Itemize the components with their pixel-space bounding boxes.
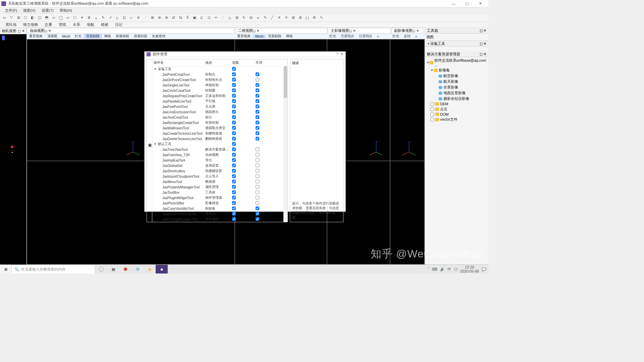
tool-icon[interactable]: ◫ bbox=[37, 15, 43, 21]
tree-item[interactable]: 全景影像 bbox=[426, 84, 488, 90]
record-icon[interactable] bbox=[119, 265, 131, 274]
plugin-row[interactable]: JasLineExctrusionTool线段挤出 bbox=[152, 109, 287, 115]
tool-icon[interactable]: ⋰ bbox=[142, 15, 148, 21]
dock-icon[interactable]: ◻ bbox=[480, 28, 483, 33]
tool-icon[interactable]: ⊞ bbox=[149, 15, 155, 21]
tree-dom[interactable]: DOM bbox=[426, 112, 488, 117]
col-common[interactable]: 常用 bbox=[254, 59, 287, 66]
plugin-row[interactable]: JasShortcutkey快捷键设置 bbox=[152, 168, 287, 174]
tool-icon[interactable]: ⬠ bbox=[72, 15, 78, 21]
tool-icon[interactable]: ◯ bbox=[58, 15, 64, 21]
tool-icon[interactable]: ⊐ bbox=[206, 15, 212, 21]
plugin-row[interactable]: JasWallInsectTool墙面取点求交 bbox=[152, 125, 287, 131]
dialog-titlebar[interactable]: 插件管理 ? ✕ bbox=[145, 52, 345, 57]
volume-icon[interactable]: 🔊 bbox=[440, 267, 445, 272]
clock[interactable]: 23:20 2020-05-08 bbox=[460, 265, 479, 273]
task-view-icon[interactable]: ▤ bbox=[107, 265, 119, 274]
load-checkbox[interactable] bbox=[232, 153, 236, 157]
explorer-icon[interactable]: ▣ bbox=[144, 265, 156, 274]
notifications-icon[interactable]: 💬 bbox=[482, 267, 486, 272]
tree-vector[interactable]: vector文件 bbox=[426, 117, 488, 122]
plugin-row[interactable]: JasFivePointTool五点房 bbox=[152, 104, 287, 109]
plugin-row[interactable]: JasCircleCreatTool绘制圆 bbox=[152, 88, 287, 93]
tool-icon[interactable]: ✎ bbox=[262, 15, 268, 21]
plugin-row[interactable]: JasPluginWidgetTool插件管理器 bbox=[152, 195, 287, 200]
tool-icon[interactable]: ( ) bbox=[304, 15, 310, 21]
load-checkbox[interactable] bbox=[232, 185, 236, 189]
menu-view[interactable]: 视图(V) bbox=[20, 8, 39, 13]
plugin-group[interactable]: ▾ 采集工具 bbox=[152, 66, 287, 72]
load-checkbox[interactable] bbox=[232, 158, 236, 162]
ribbon-item[interactable]: 注记 bbox=[112, 22, 126, 27]
plugin-row[interactable]: JasDirPointCreateTool绘制有向点 bbox=[152, 77, 287, 82]
tree-root[interactable]: ▾软件交流联系softbase@qq.com ... bbox=[426, 58, 488, 67]
tool-icon[interactable]: ▣ bbox=[192, 15, 198, 21]
tab-2d-view[interactable]: 二维视图 ◻ ✕ bbox=[235, 28, 327, 34]
plugin-row[interactable]: JasImpExpTool导出 bbox=[152, 158, 287, 163]
plugin-row[interactable]: JasPhotoSifter影像筛选 bbox=[152, 200, 287, 206]
tool-icon[interactable]: ⊞ bbox=[15, 15, 21, 21]
dock-icon[interactable]: ◻ bbox=[480, 52, 483, 56]
common-checkbox[interactable] bbox=[256, 153, 259, 157]
common-checkbox[interactable] bbox=[256, 158, 259, 162]
load-checkbox[interactable] bbox=[232, 206, 236, 210]
tool-icon[interactable]: ⊕ bbox=[156, 15, 162, 21]
ribbon-item[interactable]: 水系 bbox=[69, 22, 84, 27]
plugin-row[interactable]: JasParallelLineTool平行线 bbox=[152, 99, 287, 104]
plugin-row[interactable]: JasFreeView_TJH自由视图 bbox=[152, 152, 287, 158]
ribbon-item[interactable]: 地貌 bbox=[84, 22, 98, 27]
tool-icon[interactable]: ⊼ bbox=[184, 15, 191, 21]
cortana-icon[interactable] bbox=[95, 265, 107, 274]
tab-main-image[interactable]: 主影像视图 ◻ ✕ bbox=[328, 28, 391, 34]
load-checkbox[interactable] bbox=[232, 105, 236, 108]
search-input[interactable]: 🔍 在这里输入你要搜索的内容 bbox=[11, 265, 95, 274]
tool-icon[interactable]: ≡ bbox=[255, 15, 261, 21]
viewport[interactable] bbox=[390, 161, 425, 264]
load-checkbox[interactable] bbox=[232, 174, 236, 178]
common-checkbox[interactable] bbox=[256, 99, 259, 103]
load-checkbox[interactable] bbox=[232, 115, 236, 119]
tool-icon[interactable]: ⎌ bbox=[114, 15, 120, 21]
tool-icon[interactable]: ≣ bbox=[86, 15, 92, 21]
scrollbar[interactable] bbox=[283, 66, 287, 222]
dock-icon[interactable]: ◻ bbox=[480, 42, 483, 46]
plugin-row[interactable]: JasPointCreatTool绘制点 bbox=[152, 72, 287, 77]
start-button[interactable]: ⊞ bbox=[0, 265, 11, 274]
load-checkbox[interactable] bbox=[232, 164, 236, 167]
common-checkbox[interactable] bbox=[256, 206, 259, 210]
ribbon-item[interactable]: 植被 bbox=[98, 22, 112, 27]
col-load[interactable]: 加载 bbox=[231, 59, 254, 66]
common-checkbox[interactable] bbox=[256, 137, 259, 140]
common-checkbox[interactable] bbox=[256, 121, 259, 124]
tool-icon[interactable]: ≋ bbox=[135, 15, 141, 21]
vt-mesh[interactable]: Mesh bbox=[60, 35, 72, 38]
load-checkbox[interactable] bbox=[232, 99, 236, 103]
col-name[interactable]: 插件名 bbox=[152, 59, 204, 66]
load-checkbox[interactable] bbox=[232, 72, 236, 76]
tool-icon[interactable]: ⊏ bbox=[199, 15, 205, 21]
common-checkbox[interactable] bbox=[256, 83, 259, 87]
tool-icon[interactable]: ⊟ bbox=[248, 15, 254, 21]
vt-reset[interactable]: 重置视角 bbox=[27, 34, 45, 39]
load-checkbox[interactable] bbox=[232, 201, 236, 205]
tool-icon[interactable]: △ bbox=[227, 15, 233, 21]
ime-icon[interactable]: 中 bbox=[447, 267, 451, 272]
load-checkbox[interactable] bbox=[232, 88, 236, 92]
tool-icon[interactable]: ⇆ bbox=[177, 15, 183, 21]
tool-icon[interactable]: ↗ bbox=[107, 15, 113, 21]
tree-dem[interactable]: DEM bbox=[426, 102, 488, 106]
edge-icon[interactable]: ⓔ bbox=[131, 265, 144, 274]
common-checkbox[interactable] bbox=[256, 105, 259, 108]
tray-expand-icon[interactable]: ˄ bbox=[427, 267, 429, 272]
common-checkbox[interactable] bbox=[256, 174, 259, 178]
keyboard-icon[interactable]: ⌨ bbox=[432, 267, 437, 272]
tool-icon[interactable]: ◧ bbox=[30, 15, 36, 21]
minimize-button[interactable]: — bbox=[447, 0, 460, 7]
plugin-row[interactable]: JasGlobalSet全局设置 bbox=[152, 163, 287, 168]
load-checkbox[interactable] bbox=[232, 169, 236, 173]
common-checkbox[interactable] bbox=[256, 72, 259, 76]
tool-icon[interactable]: ✕ bbox=[276, 15, 282, 21]
plugin-row[interactable]: JasCodingManagerTool符号管理 bbox=[152, 217, 287, 222]
camera-view-tab[interactable]: 相机视图 ◻ ✕ bbox=[0, 28, 26, 34]
plugin-row[interactable]: JasCreateTectonicLineTool创建构造线 bbox=[152, 131, 287, 136]
